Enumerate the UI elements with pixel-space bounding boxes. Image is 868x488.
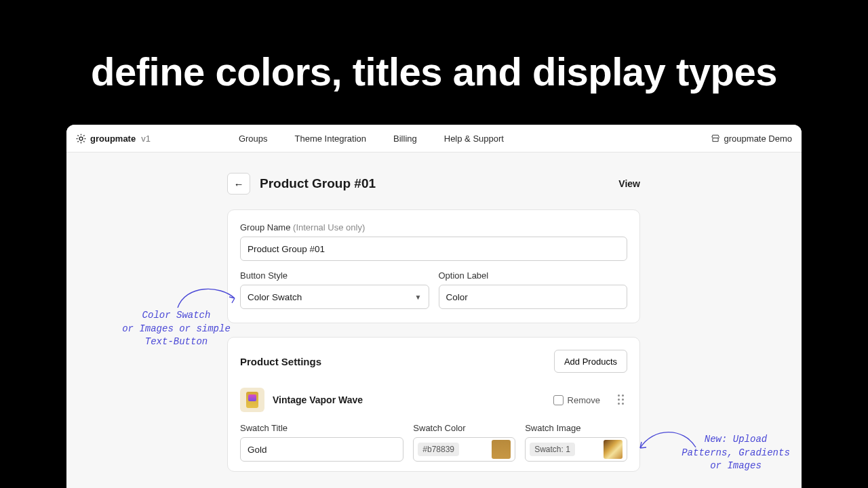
add-products-button[interactable]: Add Products bbox=[554, 350, 627, 373]
swatch-color-label: Swatch Color bbox=[413, 423, 515, 433]
annotation-right: New: UploadPatterns, Gradientsor Images bbox=[678, 433, 793, 473]
swatch-image-label: Swatch Image bbox=[525, 423, 627, 433]
back-button[interactable]: ← bbox=[227, 173, 250, 195]
view-link[interactable]: View bbox=[618, 178, 640, 189]
swatch-image-preview bbox=[604, 440, 623, 459]
store-icon bbox=[711, 134, 720, 143]
nav-theme-integration[interactable]: Theme Integration bbox=[295, 134, 367, 144]
product-settings-title: Product Settings bbox=[240, 356, 321, 367]
product-name: Vintage Vapor Wave bbox=[273, 394, 363, 405]
topbar: groupmate v1 Groups Theme Integration Bi… bbox=[66, 125, 802, 152]
brand: groupmate v1 bbox=[76, 134, 151, 144]
product-settings-card: Product Settings Add Products Vintage Va… bbox=[227, 337, 640, 472]
product-row: Vintage Vapor Wave Remove bbox=[240, 388, 627, 412]
chevron-down-icon: ▼ bbox=[415, 293, 422, 301]
button-style-select[interactable]: Color Swatch ▼ bbox=[240, 285, 429, 309]
nav-groups[interactable]: Groups bbox=[239, 134, 268, 144]
remove-toggle[interactable]: Remove bbox=[553, 395, 600, 405]
brand-version: v1 bbox=[141, 134, 151, 144]
swatch-color-input[interactable]: #b78839 bbox=[413, 437, 515, 462]
swatch-image-input[interactable]: Swatch: 1 bbox=[525, 437, 627, 462]
swatch-color-preview bbox=[492, 440, 511, 459]
button-style-label: Button Style bbox=[240, 270, 429, 281]
arrow-left-icon: ← bbox=[234, 178, 244, 190]
group-name-input[interactable]: Product Group #01 bbox=[240, 237, 627, 261]
svg-line-8 bbox=[83, 135, 84, 136]
swatch-image-chip: Swatch: 1 bbox=[530, 443, 575, 456]
brand-icon bbox=[76, 134, 86, 144]
annotation-left: Color Swatchor Images or simpleText-Butt… bbox=[112, 309, 241, 349]
checkbox-icon bbox=[553, 395, 564, 405]
svg-point-0 bbox=[79, 137, 83, 140]
nav: Groups Theme Integration Billing Help & … bbox=[239, 134, 504, 144]
page-header: ← Product Group #01 View bbox=[227, 173, 640, 195]
remove-label: Remove bbox=[568, 395, 600, 405]
swatch-title-label: Swatch Title bbox=[240, 423, 403, 433]
shop-selector[interactable]: groupmate Demo bbox=[711, 134, 792, 144]
option-label-input[interactable]: Color bbox=[439, 285, 628, 309]
group-card: Group Name (Internal Use only) Product G… bbox=[227, 209, 640, 323]
watch-icon bbox=[246, 392, 258, 408]
option-label-label: Option Label bbox=[439, 270, 628, 281]
drag-handle[interactable] bbox=[618, 394, 627, 405]
swatch-title-input[interactable]: Gold bbox=[240, 437, 403, 462]
brand-name: groupmate bbox=[90, 134, 136, 144]
swatch-color-chip: #b78839 bbox=[418, 443, 459, 456]
hero-heading: define colors, titles and display types bbox=[0, 0, 868, 120]
product-thumbnail bbox=[240, 388, 264, 412]
shop-name: groupmate Demo bbox=[724, 134, 792, 144]
button-style-value: Color Swatch bbox=[248, 292, 302, 302]
svg-line-7 bbox=[78, 141, 79, 142]
svg-line-5 bbox=[78, 135, 79, 136]
page-title: Product Group #01 bbox=[260, 176, 376, 191]
group-name-label: Group Name (Internal Use only) bbox=[240, 222, 627, 232]
nav-billing[interactable]: Billing bbox=[393, 134, 417, 144]
nav-help-support[interactable]: Help & Support bbox=[444, 134, 504, 144]
svg-line-6 bbox=[83, 141, 84, 142]
